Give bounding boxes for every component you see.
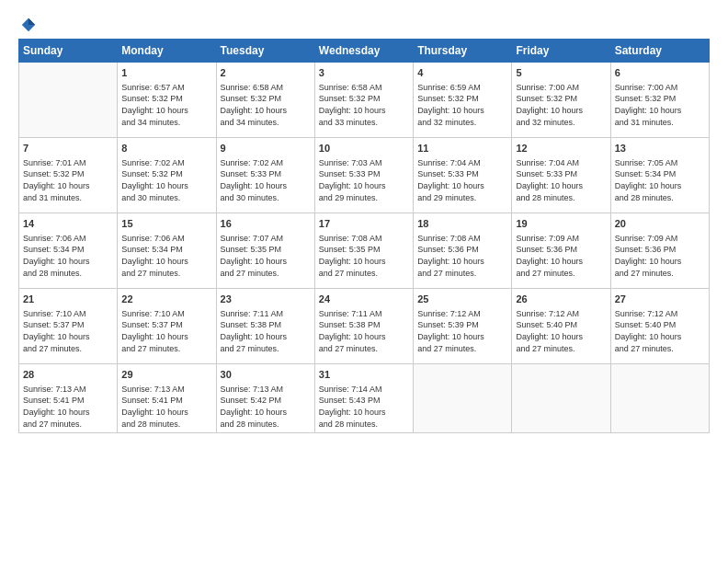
calendar-cell: 13Sunrise: 7:05 AM Sunset: 5:34 PM Dayli… <box>610 138 709 213</box>
day-info: Sunrise: 7:12 AM Sunset: 5:39 PM Dayligh… <box>417 308 507 354</box>
day-number: 24 <box>319 293 409 306</box>
day-info: Sunrise: 7:12 AM Sunset: 5:40 PM Dayligh… <box>615 308 705 354</box>
day-number: 5 <box>516 66 606 80</box>
header-saturday: Saturday <box>610 40 709 63</box>
day-info: Sunrise: 7:14 AM Sunset: 5:43 PM Dayligh… <box>319 384 409 430</box>
header-thursday: Thursday <box>414 40 512 63</box>
header-wednesday: Wednesday <box>314 40 413 63</box>
calendar-cell: 2Sunrise: 6:58 AM Sunset: 5:32 PM Daylig… <box>216 63 314 138</box>
day-number: 30 <box>221 368 311 382</box>
day-info: Sunrise: 7:13 AM Sunset: 5:42 PM Dayligh… <box>221 384 311 430</box>
day-info: Sunrise: 7:06 AM Sunset: 5:34 PM Dayligh… <box>23 233 113 279</box>
calendar-cell: 9Sunrise: 7:02 AM Sunset: 5:33 PM Daylig… <box>216 138 314 213</box>
day-number: 29 <box>121 368 211 382</box>
header-sunday: Sunday <box>19 40 118 63</box>
calendar-cell: 3Sunrise: 6:58 AM Sunset: 5:32 PM Daylig… <box>314 63 413 138</box>
calendar-cell <box>19 63 118 138</box>
day-info: Sunrise: 7:02 AM Sunset: 5:32 PM Dayligh… <box>121 157 211 203</box>
day-number: 12 <box>516 142 606 155</box>
day-number: 27 <box>615 293 705 306</box>
header-tuesday: Tuesday <box>216 40 314 63</box>
day-info: Sunrise: 7:12 AM Sunset: 5:40 PM Dayligh… <box>516 308 606 354</box>
calendar-cell <box>610 364 709 433</box>
day-number: 8 <box>121 142 211 155</box>
day-info: Sunrise: 6:59 AM Sunset: 5:32 PM Dayligh… <box>417 82 507 128</box>
page: Sunday Monday Tuesday Wednesday Thursday… <box>0 0 728 563</box>
calendar-cell: 26Sunrise: 7:12 AM Sunset: 5:40 PM Dayli… <box>512 289 610 364</box>
header-friday: Friday <box>512 40 610 63</box>
calendar-cell: 7Sunrise: 7:01 AM Sunset: 5:32 PM Daylig… <box>19 138 118 213</box>
day-info: Sunrise: 7:09 AM Sunset: 5:36 PM Dayligh… <box>516 233 606 279</box>
day-info: Sunrise: 7:08 AM Sunset: 5:35 PM Dayligh… <box>319 233 409 279</box>
day-info: Sunrise: 7:11 AM Sunset: 5:38 PM Dayligh… <box>221 308 311 354</box>
day-number: 13 <box>615 142 705 155</box>
calendar-cell: 22Sunrise: 7:10 AM Sunset: 5:37 PM Dayli… <box>118 289 216 364</box>
day-number: 1 <box>121 66 211 80</box>
calendar-cell: 15Sunrise: 7:06 AM Sunset: 5:34 PM Dayli… <box>118 213 216 289</box>
calendar-cell: 1Sunrise: 6:57 AM Sunset: 5:32 PM Daylig… <box>118 63 216 138</box>
calendar-cell: 27Sunrise: 7:12 AM Sunset: 5:40 PM Dayli… <box>610 289 709 364</box>
calendar-cell: 4Sunrise: 6:59 AM Sunset: 5:32 PM Daylig… <box>414 63 512 138</box>
day-number: 11 <box>417 142 507 155</box>
calendar-week-row: 28Sunrise: 7:13 AM Sunset: 5:41 PM Dayli… <box>19 364 710 433</box>
calendar-week-row: 14Sunrise: 7:06 AM Sunset: 5:34 PM Dayli… <box>19 213 710 289</box>
logo <box>18 17 37 33</box>
day-number: 2 <box>221 66 311 80</box>
logo-icon <box>20 17 37 33</box>
day-info: Sunrise: 7:04 AM Sunset: 5:33 PM Dayligh… <box>516 157 606 203</box>
calendar-cell: 14Sunrise: 7:06 AM Sunset: 5:34 PM Dayli… <box>19 213 118 289</box>
calendar-week-row: 7Sunrise: 7:01 AM Sunset: 5:32 PM Daylig… <box>19 138 710 213</box>
day-info: Sunrise: 6:58 AM Sunset: 5:32 PM Dayligh… <box>319 82 409 128</box>
day-info: Sunrise: 7:11 AM Sunset: 5:38 PM Dayligh… <box>319 308 409 354</box>
day-number: 18 <box>417 217 507 231</box>
day-number: 9 <box>221 142 311 155</box>
svg-marker-1 <box>28 18 35 25</box>
weekday-header-row: Sunday Monday Tuesday Wednesday Thursday… <box>19 40 710 63</box>
calendar-cell: 19Sunrise: 7:09 AM Sunset: 5:36 PM Dayli… <box>512 213 610 289</box>
day-number: 21 <box>23 293 113 306</box>
day-info: Sunrise: 7:00 AM Sunset: 5:32 PM Dayligh… <box>615 82 705 128</box>
day-info: Sunrise: 7:08 AM Sunset: 5:36 PM Dayligh… <box>417 233 507 279</box>
day-info: Sunrise: 7:09 AM Sunset: 5:36 PM Dayligh… <box>615 233 705 279</box>
calendar-cell <box>512 364 610 433</box>
calendar-cell: 20Sunrise: 7:09 AM Sunset: 5:36 PM Dayli… <box>610 213 709 289</box>
calendar-cell: 11Sunrise: 7:04 AM Sunset: 5:33 PM Dayli… <box>414 138 512 213</box>
day-info: Sunrise: 7:06 AM Sunset: 5:34 PM Dayligh… <box>121 233 211 279</box>
calendar-cell: 29Sunrise: 7:13 AM Sunset: 5:41 PM Dayli… <box>118 364 216 433</box>
day-number: 22 <box>121 293 211 306</box>
day-info: Sunrise: 7:13 AM Sunset: 5:41 PM Dayligh… <box>23 384 113 430</box>
day-info: Sunrise: 6:58 AM Sunset: 5:32 PM Dayligh… <box>221 82 311 128</box>
day-number: 23 <box>221 293 311 306</box>
calendar-cell <box>414 364 512 433</box>
day-info: Sunrise: 7:01 AM Sunset: 5:32 PM Dayligh… <box>23 157 113 203</box>
day-number: 16 <box>221 217 311 231</box>
day-number: 6 <box>615 66 705 80</box>
day-number: 14 <box>23 217 113 231</box>
calendar-week-row: 21Sunrise: 7:10 AM Sunset: 5:37 PM Dayli… <box>19 289 710 364</box>
calendar-cell: 10Sunrise: 7:03 AM Sunset: 5:33 PM Dayli… <box>314 138 413 213</box>
day-number: 7 <box>23 142 113 155</box>
day-number: 4 <box>417 66 507 80</box>
day-info: Sunrise: 7:04 AM Sunset: 5:33 PM Dayligh… <box>417 157 507 203</box>
day-number: 3 <box>319 66 409 80</box>
calendar-cell: 16Sunrise: 7:07 AM Sunset: 5:35 PM Dayli… <box>216 213 314 289</box>
calendar-cell: 30Sunrise: 7:13 AM Sunset: 5:42 PM Dayli… <box>216 364 314 433</box>
day-number: 26 <box>516 293 606 306</box>
day-info: Sunrise: 7:05 AM Sunset: 5:34 PM Dayligh… <box>615 157 705 203</box>
day-number: 15 <box>121 217 211 231</box>
header-monday: Monday <box>118 40 216 63</box>
day-info: Sunrise: 7:13 AM Sunset: 5:41 PM Dayligh… <box>121 384 211 430</box>
day-number: 10 <box>319 142 409 155</box>
calendar-cell: 31Sunrise: 7:14 AM Sunset: 5:43 PM Dayli… <box>314 364 413 433</box>
day-number: 17 <box>319 217 409 231</box>
calendar-cell: 21Sunrise: 7:10 AM Sunset: 5:37 PM Dayli… <box>19 289 118 364</box>
header <box>18 17 710 33</box>
day-number: 19 <box>516 217 606 231</box>
day-number: 25 <box>417 293 507 306</box>
calendar-cell: 18Sunrise: 7:08 AM Sunset: 5:36 PM Dayli… <box>414 213 512 289</box>
day-info: Sunrise: 7:00 AM Sunset: 5:32 PM Dayligh… <box>516 82 606 128</box>
calendar-cell: 5Sunrise: 7:00 AM Sunset: 5:32 PM Daylig… <box>512 63 610 138</box>
day-number: 20 <box>615 217 705 231</box>
day-number: 31 <box>319 368 409 382</box>
day-info: Sunrise: 6:57 AM Sunset: 5:32 PM Dayligh… <box>121 82 211 128</box>
